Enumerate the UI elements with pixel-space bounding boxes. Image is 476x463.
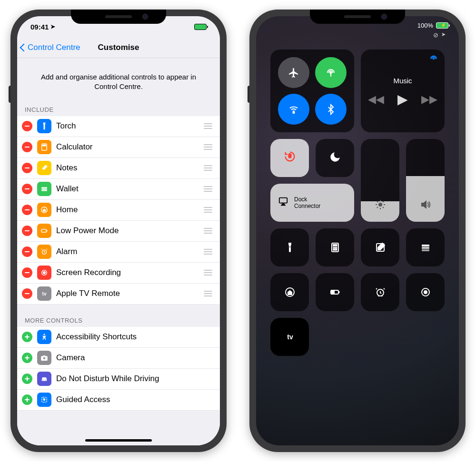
control-row[interactable]: Accessibility Shortcuts (17, 327, 220, 348)
svg-point-18 (293, 112, 295, 113)
record-tile[interactable] (406, 273, 445, 311)
car-icon (37, 372, 51, 386)
back-button[interactable]: Control Centre (21, 43, 80, 52)
moon-icon (329, 151, 341, 165)
drag-handle-icon[interactable] (203, 144, 212, 150)
row-label: Guided Access (56, 395, 212, 404)
control-centre-screen: 100% ⚡ ⊘ ➤ (256, 16, 459, 445)
drag-handle-icon[interactable] (203, 123, 212, 129)
svg-point-21 (378, 203, 382, 207)
next-track-button[interactable]: ▶▶ (421, 93, 437, 106)
low-power-tile[interactable] (316, 273, 354, 311)
drag-handle-icon[interactable] (203, 228, 212, 234)
drag-handle-icon[interactable] (203, 291, 212, 296)
wallet-icon (37, 182, 51, 196)
remove-button[interactable] (22, 142, 32, 152)
svg-rect-6 (41, 229, 47, 232)
brightness-slider[interactable] (361, 139, 399, 222)
rotation-lock-tile[interactable] (270, 139, 309, 177)
torch-tile[interactable] (270, 228, 309, 266)
control-row[interactable]: Camera (17, 348, 220, 369)
airplane-toggle[interactable] (278, 57, 309, 88)
home-tile[interactable] (270, 273, 309, 311)
svg-rect-1 (43, 145, 46, 146)
row-label: Screen Recording (56, 268, 198, 277)
control-row[interactable]: Calculator (17, 137, 220, 158)
add-button[interactable] (22, 353, 32, 363)
alarm-tile[interactable] (361, 273, 399, 311)
home-icon (37, 203, 51, 217)
row-label: Notes (56, 163, 198, 173)
wifi-toggle[interactable] (278, 94, 309, 125)
notch (71, 10, 166, 24)
drag-handle-icon[interactable] (203, 165, 212, 171)
svg-rect-38 (332, 291, 334, 293)
brightness-icon (375, 199, 386, 213)
notes-tile[interactable] (361, 228, 399, 266)
control-row[interactable]: Low Power Mode (17, 221, 220, 242)
prev-track-button[interactable]: ◀◀ (368, 93, 384, 106)
control-row[interactable]: Screen Recording (17, 263, 220, 284)
svg-point-26 (333, 247, 334, 248)
calc-icon (37, 140, 51, 154)
calculator-tile[interactable] (316, 228, 354, 266)
remove-button[interactable] (22, 288, 32, 299)
volume-slider[interactable] (406, 139, 445, 222)
battery-icon (194, 24, 207, 30)
remove-button[interactable] (22, 226, 32, 236)
svg-point-29 (333, 249, 334, 250)
add-button[interactable] (22, 374, 32, 384)
cellular-toggle[interactable] (315, 57, 347, 88)
row-label: Low Power Mode (56, 226, 198, 236)
wallet-tile[interactable] (406, 228, 445, 266)
cc-grid: Music ◀◀ ▶ ▶▶ (270, 49, 445, 356)
camera-icon (37, 351, 51, 365)
add-button[interactable] (22, 394, 32, 405)
control-row[interactable]: Guided Access (17, 390, 220, 411)
control-row[interactable]: Home (17, 200, 220, 221)
svg-point-19 (433, 58, 434, 59)
drag-handle-icon[interactable] (203, 270, 212, 276)
drag-handle-icon[interactable] (203, 249, 212, 255)
remove-button[interactable] (22, 246, 32, 257)
airplay-icon[interactable] (429, 55, 438, 66)
cc-status-bar: 100% ⚡ (417, 22, 448, 29)
svg-rect-34 (422, 247, 429, 249)
dnd-tile[interactable] (316, 139, 354, 177)
back-label: Control Centre (28, 43, 80, 52)
remove-button[interactable] (22, 184, 32, 194)
connectivity-group[interactable] (270, 49, 354, 132)
appletv-tile[interactable]: tv (270, 318, 309, 356)
bluetooth-toggle[interactable] (315, 94, 347, 125)
control-row[interactable]: Do Not Disturb While Driving (17, 369, 220, 390)
remove-button[interactable] (22, 121, 32, 131)
control-row[interactable]: Wallet (17, 179, 220, 200)
control-row[interactable]: Torch (17, 116, 220, 137)
music-tile[interactable]: Music ◀◀ ▶ ▶▶ (361, 49, 445, 132)
battery-icon: ⚡ (436, 22, 448, 29)
appletv-label: tv (287, 333, 293, 341)
remove-button[interactable] (22, 205, 32, 215)
svg-rect-4 (41, 190, 47, 191)
svg-rect-25 (333, 245, 337, 246)
control-row[interactable]: Alarm (17, 242, 220, 263)
screen-mirror-tile[interactable]: Dock Connector (270, 184, 354, 222)
remove-button[interactable] (22, 163, 32, 173)
include-header: Include (17, 103, 220, 116)
status-time: 09:41 (30, 23, 49, 31)
settings-body[interactable]: Add and organise additional controls to … (17, 58, 220, 445)
control-row[interactable]: Notes (17, 158, 220, 179)
control-row[interactable]: tv Apple TV Remote (17, 284, 220, 305)
drag-handle-icon[interactable] (203, 186, 212, 192)
drag-handle-icon[interactable] (203, 207, 212, 213)
play-button[interactable]: ▶ (397, 91, 408, 107)
remove-button[interactable] (22, 267, 32, 278)
chevron-left-icon (20, 43, 28, 51)
home-indicator[interactable] (85, 439, 152, 442)
row-label: Home (56, 205, 198, 215)
add-button[interactable] (22, 332, 32, 342)
battery-icon (37, 224, 51, 238)
airplay-mirror-icon (277, 196, 289, 209)
mirror-line1: Dock (294, 196, 320, 203)
svg-point-41 (424, 291, 427, 294)
